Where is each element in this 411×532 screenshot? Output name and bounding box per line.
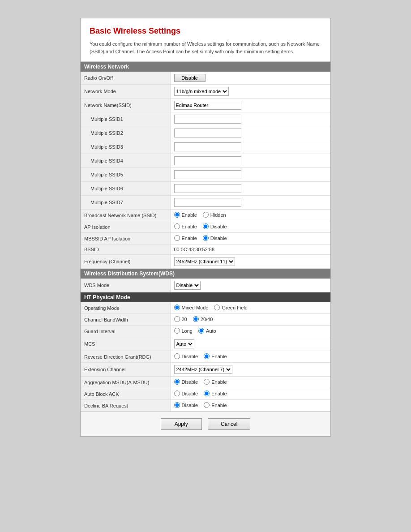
mbssid-disable-radio[interactable] (203, 235, 209, 241)
aggregation-disable-radio[interactable] (174, 379, 180, 385)
block-ack-enable-radio[interactable] (204, 390, 210, 396)
rdg-enable-group: Enable (204, 353, 227, 359)
aggregation-enable-radio[interactable] (204, 379, 210, 385)
extension-channel-label: Extension Channel (81, 363, 170, 377)
broadcast-hidden-radio[interactable] (203, 212, 209, 218)
green-field-group: Green Field (214, 305, 247, 310)
mcs-select[interactable]: Auto (174, 339, 194, 348)
aggregation-enable-group: Enable (204, 379, 227, 385)
broadcast-enable-group: Enable (174, 212, 197, 218)
bw-2040-radio[interactable] (193, 316, 199, 322)
block-ack-disable-radio[interactable] (174, 390, 180, 396)
wds-mode-value: Disable (170, 279, 330, 292)
green-field-label: Green Field (222, 305, 247, 310)
apply-button[interactable]: Apply (161, 418, 202, 430)
ssid6-input[interactable] (174, 184, 241, 193)
rdg-value: Disable Enable (170, 351, 330, 363)
frequency-select[interactable]: 2452MHz (Channel 11) (174, 257, 235, 266)
broadcast-hidden-group: Hidden (203, 212, 226, 218)
decline-ba-row: Decline BA Request Disable Enable (81, 400, 330, 412)
decline-ba-enable-radio[interactable] (204, 402, 210, 408)
extension-channel-row: Extension Channel 2442MHz (Channel 7) (81, 363, 330, 377)
bw-20-radio[interactable] (174, 316, 180, 322)
wds-header: Wireless Distribution System(WDS) (81, 269, 330, 279)
ssid6-label: Multiple SSID6 (81, 182, 170, 196)
rdg-label: Reverse Direction Grant(RDG) (81, 351, 170, 363)
ap-isolation-disable-radio[interactable] (203, 223, 209, 229)
mbssid-isolation-value: Enable Disable (170, 233, 330, 245)
extension-channel-select[interactable]: 2442MHz (Channel 7) (174, 365, 232, 374)
decline-ba-disable-group: Disable (174, 402, 198, 408)
block-ack-enable-label: Enable (211, 391, 227, 396)
bssid-value: 00:0C:43:30:52:88 (170, 245, 330, 255)
mbssid-enable-group: Enable (174, 235, 197, 241)
channel-bandwidth-label: Channel BandWidth (81, 314, 170, 326)
ssid3-input[interactable] (174, 142, 241, 151)
ssid3-row: Multiple SSID3 (81, 140, 330, 154)
radio-on-off-value: Disable (170, 72, 330, 85)
ssid4-input[interactable] (174, 156, 241, 165)
broadcast-enable-radio[interactable] (174, 212, 180, 218)
ssid5-input[interactable] (174, 170, 241, 179)
wds-mode-select[interactable]: Disable (174, 281, 201, 290)
ssid1-input[interactable] (174, 115, 241, 124)
frequency-row: Frequency (Channel) 2452MHz (Channel 11) (81, 255, 330, 269)
wds-table: WDS Mode Disable (81, 279, 330, 292)
ssid7-input[interactable] (174, 198, 241, 207)
rdg-row: Reverse Direction Grant(RDG) Disable Ena… (81, 351, 330, 363)
bssid-row: BSSID 00:0C:43:30:52:88 (81, 245, 330, 255)
ap-isolation-value: Enable Disable (170, 221, 330, 233)
frequency-label: Frequency (Channel) (81, 255, 170, 269)
mcs-row: MCS Auto (81, 337, 330, 351)
rdg-enable-radio[interactable] (204, 353, 210, 359)
mixed-mode-radio[interactable] (174, 305, 180, 310)
ssid6-value (170, 182, 330, 196)
rdg-disable-radio[interactable] (174, 353, 180, 359)
decline-ba-disable-label: Disable (182, 403, 198, 408)
guard-auto-radio[interactable] (198, 328, 204, 334)
block-ack-disable-label: Disable (182, 391, 198, 396)
bw-2040-group: 20/40 (193, 316, 213, 322)
broadcast-network-row: Broadcast Network Name (SSID) Enable Hid… (81, 210, 330, 221)
operating-mode-value: Mixed Mode Green Field (170, 302, 330, 314)
auto-block-ack-value: Disable Enable (170, 388, 330, 400)
guard-interval-value: Long Auto (170, 326, 330, 337)
bssid-text: 00:0C:43:30:52:88 (174, 247, 215, 252)
disable-button[interactable]: Disable (174, 74, 206, 82)
cancel-button[interactable]: Cancel (208, 418, 250, 430)
channel-bandwidth-row: Channel BandWidth 20 20/40 (81, 314, 330, 326)
guard-auto-group: Auto (198, 328, 216, 334)
ap-isolation-enable-radio[interactable] (174, 223, 180, 229)
guard-long-group: Long (174, 328, 193, 334)
network-name-input[interactable] (174, 101, 241, 110)
ssid1-value (170, 112, 330, 126)
ssid2-row: Multiple SSID2 (81, 126, 330, 140)
decline-ba-label: Decline BA Request (81, 400, 170, 412)
frequency-value: 2452MHz (Channel 11) (170, 255, 330, 269)
ssid7-row: Multiple SSID7 (81, 196, 330, 210)
ap-isolation-disable-group: Disable (203, 223, 227, 229)
page-description: You could configure the minimum number o… (90, 40, 321, 55)
mbssid-enable-label: Enable (182, 236, 197, 241)
guard-long-radio[interactable] (174, 328, 180, 334)
decline-ba-disable-radio[interactable] (174, 402, 180, 408)
network-mode-select[interactable]: 11b/g/n mixed mode (174, 87, 229, 96)
wireless-network-table: Radio On/Off Disable Network Mode 11b/g/… (81, 72, 330, 269)
green-field-radio[interactable] (214, 305, 220, 310)
decline-ba-enable-label: Enable (211, 403, 227, 408)
rdg-disable-group: Disable (174, 353, 198, 359)
aggregation-label: Aggregation MSDU(A-MSDU) (81, 377, 170, 388)
network-mode-label: Network Mode (81, 85, 170, 99)
footer-buttons: Apply Cancel (81, 412, 330, 436)
ssid2-input[interactable] (174, 129, 241, 137)
guard-interval-row: Guard Interval Long Auto (81, 326, 330, 337)
radio-on-off-row: Radio On/Off Disable (81, 72, 330, 85)
mbssid-enable-radio[interactable] (174, 235, 180, 241)
bw-20-label: 20 (182, 317, 187, 322)
ap-isolation-enable-label: Enable (182, 224, 197, 229)
network-name-row: Network Name(SSID) (81, 99, 330, 112)
main-content: Wireless Network Radio On/Off Disable Ne… (81, 62, 330, 436)
ssid2-value (170, 126, 330, 140)
mcs-value: Auto (170, 337, 330, 351)
broadcast-enable-label: Enable (182, 212, 197, 218)
